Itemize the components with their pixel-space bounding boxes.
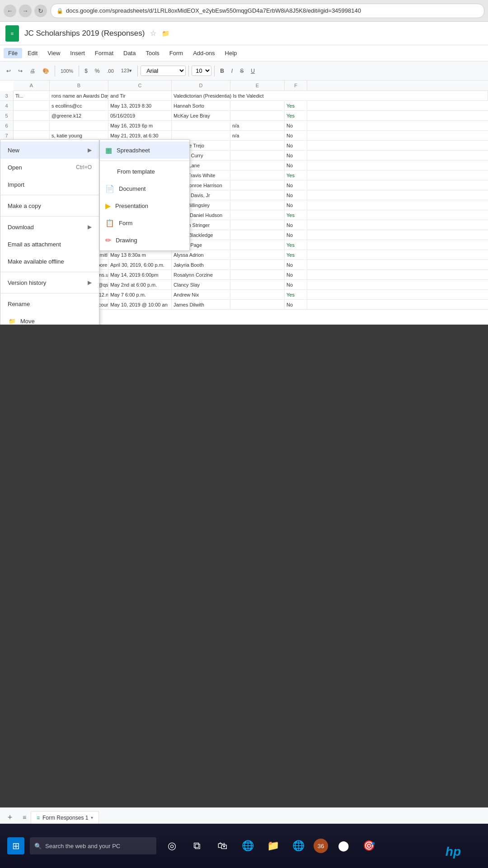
menu-make-copy[interactable]: Make a copy — [0, 197, 99, 214]
cell-d19[interactable]: Alyssa Adrion — [172, 250, 230, 259]
cell-f12[interactable]: No — [285, 180, 307, 190]
cell-f23[interactable]: Yes — [285, 290, 307, 299]
menu-item-file[interactable]: File — [4, 48, 22, 58]
cell-e10[interactable] — [230, 160, 285, 170]
add-sheet-button[interactable]: + — [4, 811, 16, 824]
star-icon[interactable]: ☆ — [150, 29, 156, 38]
italic-button[interactable]: I — [229, 66, 235, 76]
cell-c21[interactable]: May 14, 2019 6:00pm — [108, 270, 172, 279]
cell-a5[interactable] — [14, 111, 50, 120]
cell-d24[interactable]: James Dilwith — [172, 300, 230, 309]
menu-move[interactable]: 📁 Move — [0, 312, 99, 325]
submenu-document[interactable]: 📄 Document — [100, 180, 189, 197]
cell-d3[interactable]: Valedictorian (Presidentia) Is the Valed… — [172, 91, 488, 100]
cell-c5[interactable]: 05/16/2019 — [108, 111, 172, 120]
cell-d23[interactable]: Andrew Nix — [172, 290, 230, 299]
cell-a7[interactable] — [14, 131, 50, 140]
table-row[interactable]: May 16, 2019 6p m n/a No — [14, 121, 488, 131]
cell-c22[interactable]: May 2nd at 6:00 p.m. — [108, 280, 172, 289]
cell-e5[interactable] — [230, 111, 285, 120]
cell-f16[interactable]: No — [285, 220, 307, 230]
cell-d21[interactable]: Rosalynn Corzine — [172, 270, 230, 279]
address-bar[interactable]: 🔒 docs.google.com/spreadsheets/d/1LRL8ox… — [51, 4, 484, 18]
currency-button[interactable]: $ — [82, 66, 90, 76]
cell-c4[interactable]: May 13, 2019 8:30 — [108, 101, 172, 110]
cell-d22[interactable]: Clancy Slay — [172, 280, 230, 289]
cell-c7[interactable]: May 21, 2019, at 6:30 — [108, 131, 172, 140]
menu-item-edit[interactable]: Edit — [23, 48, 42, 58]
cell-e14[interactable] — [230, 200, 285, 210]
cell-a6[interactable] — [14, 121, 50, 130]
menu-item-form[interactable]: Form — [165, 48, 188, 58]
print-button[interactable]: 🖨 — [27, 66, 38, 76]
cell-f5[interactable]: Yes — [285, 111, 307, 120]
menu-make-offline[interactable]: Make available offline — [0, 253, 99, 270]
submenu-form[interactable]: 📋 Form — [100, 214, 189, 231]
cell-d7[interactable] — [172, 131, 230, 140]
cell-f24[interactable]: No — [285, 300, 307, 309]
cell-e23[interactable] — [230, 290, 285, 299]
format-123-button[interactable]: 123▾ — [118, 66, 135, 75]
zoom-button[interactable]: 100% — [58, 66, 76, 75]
cell-d5[interactable]: McKay Lee Bray — [172, 111, 230, 120]
cell-f22[interactable]: No — [285, 280, 307, 289]
cell-e21[interactable] — [230, 270, 285, 279]
taskbar-edge-icon[interactable]: 🌐 — [288, 836, 308, 856]
reload-button[interactable]: ↻ — [34, 5, 47, 17]
cell-b5[interactable]: @greene.k12 — [50, 111, 108, 120]
sheet-list-button[interactable]: ≡ — [18, 811, 31, 824]
taskbar-chrome-icon[interactable]: ⬤ — [333, 836, 353, 856]
cell-e18[interactable] — [230, 240, 285, 250]
cell-e15[interactable] — [230, 210, 285, 220]
taskbar-explorer-icon[interactable]: 📁 — [263, 836, 283, 856]
cell-f11[interactable]: Yes — [285, 170, 307, 180]
cell-e11[interactable] — [230, 170, 285, 180]
cell-e22[interactable] — [230, 280, 285, 289]
cell-d20[interactable]: Jakyria Booth — [172, 260, 230, 269]
menu-item-insert[interactable]: Insert — [66, 48, 89, 58]
submenu-presentation[interactable]: ▶ Presentation — [100, 197, 189, 214]
cell-e9[interactable] — [230, 151, 285, 160]
menu-item-help[interactable]: Help — [221, 48, 242, 58]
menu-rename[interactable]: Rename — [0, 295, 99, 312]
cell-e19[interactable] — [230, 250, 285, 259]
cell-d4[interactable]: Hannah Sorto — [172, 101, 230, 110]
cell-e24[interactable] — [230, 300, 285, 309]
cell-f15[interactable]: Yes — [285, 210, 307, 220]
start-button[interactable]: ⊞ — [7, 837, 24, 854]
sheet-tab-form-responses[interactable]: ≡ Form Responses 1 ▾ — [31, 811, 99, 824]
table-row[interactable]: @greene.k12 05/16/2019 McKay Lee Bray Ye… — [14, 111, 488, 121]
cell-f19[interactable]: Yes — [285, 250, 307, 259]
cell-b6[interactable] — [50, 121, 108, 130]
cell-f8[interactable]: No — [285, 141, 307, 150]
cell-b7[interactable]: s, katie young — [50, 131, 108, 140]
redo-button[interactable]: ↪ — [15, 66, 25, 76]
back-button[interactable]: ← — [4, 5, 16, 17]
cell-e6[interactable]: n/a — [230, 121, 285, 130]
cell-f21[interactable]: No — [285, 270, 307, 279]
menu-email-attachment[interactable]: Email as attachment — [0, 236, 99, 253]
menu-item-tools[interactable]: Tools — [141, 48, 164, 58]
cell-e7[interactable]: n/a — [230, 131, 285, 140]
cell-f18[interactable]: Yes — [285, 240, 307, 250]
cell-f17[interactable]: No — [285, 230, 307, 240]
cell-f14[interactable]: No — [285, 200, 307, 210]
decimal-button[interactable]: .00 — [104, 66, 117, 75]
cell-f13[interactable]: No — [285, 190, 307, 200]
submenu-from-template[interactable]: From template — [100, 163, 189, 180]
taskbar-badge-36[interactable]: 36 — [314, 839, 328, 853]
taskbar-store-icon[interactable]: 🛍 — [212, 836, 232, 856]
menu-version-history[interactable]: Version history ▶ — [0, 274, 99, 291]
font-selector[interactable]: Arial — [141, 66, 186, 76]
cell-e8[interactable] — [230, 141, 285, 150]
cell-c3[interactable]: and Tir — [108, 91, 172, 100]
cell-c23[interactable]: May 7 6:00 p.m. — [108, 290, 172, 299]
cell-f6[interactable]: No — [285, 121, 307, 130]
cell-e4[interactable] — [230, 101, 285, 110]
strikethrough-button[interactable]: S — [237, 66, 246, 76]
undo-button[interactable]: ↩ — [4, 66, 14, 76]
taskbar-ie-icon[interactable]: 🌐 — [238, 836, 258, 856]
cell-e13[interactable] — [230, 190, 285, 200]
menu-new[interactable]: New ▶ — [0, 142, 99, 159]
folder-icon[interactable]: 📁 — [162, 30, 169, 37]
